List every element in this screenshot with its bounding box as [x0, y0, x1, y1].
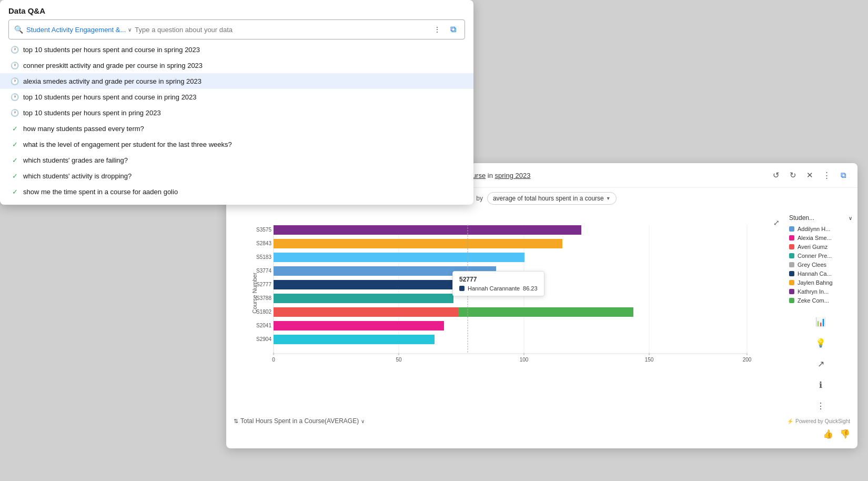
history-item-4[interactable]: 🕐 top 10 students per hours spent in pri… [0, 105, 473, 121]
legend-header: Studen... ∨ [789, 214, 852, 222]
chart-container: Course Number 0 50 100 150 200 [231, 214, 784, 413]
search-bar: 🔍 Student Activity Engagement &... ∨ ⋮ ⧉ [8, 19, 465, 39]
more-options-icon[interactable]: ⋮ [431, 23, 443, 36]
insights-icon[interactable]: 💡 [813, 335, 828, 350]
svg-text:50: 50 [396, 357, 402, 363]
legend-item-0: Addilynn H... [789, 226, 852, 232]
suggest-icon-4: ✓ [11, 187, 19, 196]
x-axis-text: Total Hours Spent in a Course(AVERAGE) [240, 417, 359, 425]
suggest-item-1[interactable]: ✓ what is the level of engagement per st… [0, 136, 473, 152]
legend-color-4 [789, 262, 794, 267]
search-actions: ⋮ ⧉ [431, 23, 459, 36]
quicksight-logo: ⚡ [787, 418, 793, 424]
legend-color-8 [789, 298, 794, 303]
history-item-3[interactable]: 🕐 top 10 students per hours spent and co… [0, 89, 473, 105]
bar-S5183 [274, 253, 524, 262]
legend-color-2 [789, 244, 794, 249]
svg-text:100: 100 [520, 357, 529, 363]
legend-items: Addilynn H... Alexia Sme... Averi Gumz C… [789, 226, 852, 304]
expand-chart-icon[interactable]: ⧉ [836, 168, 850, 182]
legend-color-1 [789, 235, 794, 241]
more-icon[interactable]: ⋮ [813, 398, 828, 413]
bar-S2041 [274, 321, 444, 330]
legend-color-3 [789, 253, 794, 258]
chip-arrow-4: ▼ [606, 196, 611, 201]
source-selector[interactable]: Student Activity Engagement &... ∨ [26, 26, 132, 34]
by-label: by [476, 195, 483, 202]
svg-text:S5183: S5183 [256, 254, 271, 260]
history-icon-4: 🕐 [11, 108, 19, 117]
bar-S1802-green [458, 307, 633, 317]
bar-chart: Course Number 0 50 100 150 200 [231, 214, 768, 372]
source-chevron: ∨ [128, 27, 132, 33]
sort-icon: ⇅ [234, 418, 238, 425]
svg-text:S1802: S1802 [256, 309, 271, 315]
suggest-icon-2: ✓ [11, 156, 19, 164]
svg-text:S2041: S2041 [256, 323, 271, 328]
svg-text:0: 0 [272, 357, 275, 363]
query-in: in [486, 172, 494, 179]
bar-S3774 [274, 266, 496, 276]
powered-by: ⚡ Powered by QuickSight [787, 418, 850, 424]
export-icon[interactable]: ↗ [813, 356, 828, 371]
svg-text:S3575: S3575 [256, 227, 271, 233]
suggestions-dropdown: 🕐 top 10 students per hours spent and co… [0, 42, 473, 199]
expand-button[interactable]: ⤢ [773, 218, 780, 227]
legend-item-2: Averi Gumz [789, 244, 852, 250]
suggest-item-3[interactable]: ✓ which students' activity is dropping? [0, 168, 473, 184]
chart-footer: ⇅ Total Hours Spent in a Course(AVERAGE)… [226, 413, 857, 427]
suggest-item-4[interactable]: ✓ show me the time spent in a course for… [0, 184, 473, 199]
history-item-1[interactable]: 🕐 conner preskitt activity and grade per… [0, 57, 473, 73]
close-icon[interactable]: ✕ [803, 168, 816, 182]
chart-panel: 🔍 Student Activity Engagement &... ∨ top… [226, 163, 857, 448]
search-icon: 🔍 [14, 25, 23, 34]
history-icon-0: 🕐 [11, 45, 19, 54]
legend-color-7 [789, 289, 794, 294]
front-panel: Data Q&A 🔍 Student Activity Engagement &… [0, 0, 473, 205]
history-icon-2: 🕐 [11, 77, 19, 85]
feedback-row: 👍 👎 [226, 427, 857, 443]
svg-text:S2904: S2904 [256, 336, 271, 342]
suggest-item-2[interactable]: ✓ which students' grades are failing? [0, 152, 473, 168]
legend-item-4: Grey Clees [789, 262, 852, 268]
suggest-item-0[interactable]: ✓ how many students passed every term? [0, 121, 473, 136]
bar-S2904 [274, 335, 435, 344]
thumbs-down-button[interactable]: 👎 [840, 429, 850, 439]
info-icon[interactable]: ℹ [813, 377, 828, 392]
redo-icon[interactable]: ↻ [786, 168, 800, 182]
svg-text:S3774: S3774 [256, 268, 271, 274]
filter-avg-hours[interactable]: average of total hours spent in a course… [487, 192, 617, 205]
suggest-icon-0: ✓ [11, 124, 19, 133]
legend-color-6 [789, 280, 794, 285]
history-item-0[interactable]: 🕐 top 10 students per hours spent and co… [0, 42, 473, 57]
legend-item-3: Conner Pre... [789, 253, 852, 259]
legend-chevron[interactable]: ∨ [849, 215, 852, 221]
share-icon[interactable]: ⧉ [447, 23, 459, 36]
history-icon-1: 🕐 [11, 61, 19, 69]
search-input[interactable] [135, 26, 428, 34]
source-label: Student Activity Engagement &... [26, 26, 126, 34]
legend-item-7: Kathryn In... [789, 288, 852, 295]
history-item-2[interactable]: 🕐 alexia smedes activity and grade per c… [0, 73, 473, 89]
chart-body: Course Number 0 50 100 150 200 [226, 209, 857, 413]
legend-item-1: Alexia Sme... [789, 235, 852, 241]
suggest-icon-1: ✓ [11, 140, 19, 148]
legend-title: Studen... [789, 214, 814, 222]
y-axis-label: Course Number [251, 273, 258, 314]
x-axis-label[interactable]: ⇅ Total Hours Spent in a Course(AVERAGE)… [234, 417, 365, 425]
chart-type-icon[interactable]: 📊 [813, 314, 828, 329]
query-term: spring 2023 [495, 172, 531, 179]
svg-text:150: 150 [645, 357, 654, 363]
svg-text:S2777: S2777 [256, 282, 271, 287]
more-options-chart-icon[interactable]: ⋮ [820, 168, 833, 182]
panel-title: Data Q&A [0, 0, 473, 19]
chart-svg-wrapper: Course Number 0 50 100 150 200 [231, 214, 784, 374]
history-icon-3: 🕐 [11, 93, 19, 101]
legend-item-5: Hannah Ca... [789, 270, 852, 277]
thumbs-up-button[interactable]: 👍 [823, 429, 833, 439]
legend-color-5 [789, 271, 794, 276]
bar-S2777 [274, 280, 468, 289]
undo-icon[interactable]: ↺ [769, 168, 783, 182]
bar-S3575 [274, 225, 581, 235]
svg-text:S2843: S2843 [256, 241, 271, 246]
